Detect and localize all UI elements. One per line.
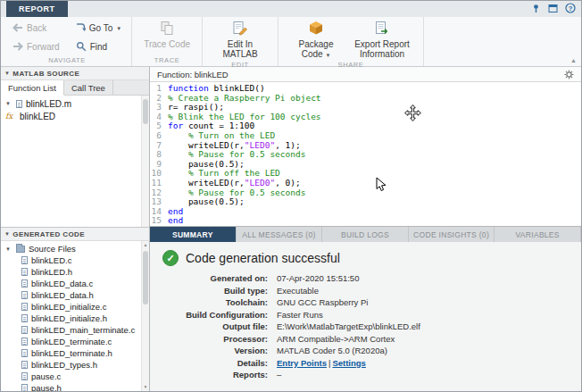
file-item[interactable]: blinkLED_types.h	[1, 359, 149, 371]
info-row: Version:MATLAB Coder 5.0 (R2020a)	[162, 345, 581, 357]
help-icon[interactable]: ?	[565, 3, 576, 13]
group-share: Package Code ▼ Export Report Information…	[279, 17, 424, 66]
file-name: blinkLED_initialize.h	[31, 313, 107, 323]
info-value: Entry Points|Settings	[268, 357, 366, 370]
tab-variables[interactable]: VARIABLES	[495, 227, 581, 242]
file-item[interactable]: blinkLED.c	[1, 254, 149, 266]
generated-code-panel: ▼ GENERATED CODE ▼ Source Files blinkLED…	[1, 228, 149, 391]
layout-icon[interactable]	[548, 4, 558, 13]
tab-call-tree[interactable]: Call Tree	[64, 80, 113, 95]
info-row: Toolchain:GNU GCC Raspberry Pi	[162, 296, 581, 309]
matlab-source-header[interactable]: ▼ MATLAB SOURCE	[1, 67, 149, 80]
edit-icon	[232, 21, 248, 38]
package-icon	[308, 21, 324, 38]
file-icon	[21, 303, 28, 311]
link-entry-points[interactable]: Entry Points	[277, 358, 327, 368]
main-area: ▼ MATLAB SOURCE Function List Call Tree …	[1, 67, 581, 391]
status-text: Code generation successful	[186, 251, 340, 265]
file-item[interactable]: blinkLED_data.h	[1, 289, 149, 301]
scroll-up-icon[interactable]: ▲	[142, 241, 149, 249]
tab-build-logs[interactable]: BUILD LOGS	[322, 227, 409, 242]
tab-summary[interactable]: SUMMARY	[150, 227, 237, 242]
code-editor[interactable]: 1function blinkLED()2% Create a Raspberr…	[150, 82, 581, 226]
tree-item-blinkled-m[interactable]: ▼ blinkLED.m	[1, 97, 149, 110]
tree-item-source-files[interactable]: ▼ Source Files	[1, 243, 149, 254]
search-icon	[76, 41, 87, 54]
back-button[interactable]: Back	[10, 20, 62, 37]
goto-icon	[76, 22, 86, 34]
scroll-down-icon[interactable]: ▼	[142, 383, 149, 391]
tree-item-blinkled-fn[interactable]: fx blinkLED	[1, 110, 149, 122]
export-report-button[interactable]: Export Report Information	[348, 20, 416, 60]
mfile-icon	[16, 100, 22, 108]
dropdown-caret: ▼	[325, 53, 330, 58]
tab-function-list[interactable]: Function List	[1, 80, 64, 96]
forward-icon	[12, 42, 23, 53]
file-name: pause.h	[31, 383, 62, 391]
file-item[interactable]: blinkLED_terminate.c	[1, 336, 149, 347]
info-value: –	[268, 369, 281, 381]
file-name: blinkLED.c	[31, 255, 71, 265]
file-item[interactable]: blinkLED.h	[1, 266, 149, 278]
collapse-ribbon-icon[interactable]: ▲	[570, 57, 577, 63]
scrollbar-thumb[interactable]	[143, 99, 148, 124]
file-item[interactable]: pause.c	[1, 371, 149, 382]
file-item[interactable]: blinkLED_initialize.c	[1, 301, 149, 313]
file-item[interactable]: blinkLED_initialize.h	[1, 313, 149, 324]
expander-icon[interactable]: ▼	[5, 101, 12, 106]
generated-scrollbar[interactable]: ▲ ▼	[141, 241, 149, 391]
trace-code-button[interactable]: Trace Code	[139, 20, 195, 49]
source-scrollbar[interactable]	[141, 96, 149, 227]
file-item[interactable]: blinkLED_terminate.h	[1, 347, 149, 359]
code-line: 14end	[150, 207, 581, 217]
info-value: GNU GCC Raspberry Pi	[268, 296, 368, 309]
code-lines: 1function blinkLED()2% Create a Raspberr…	[150, 84, 581, 226]
gear-icon[interactable]	[564, 70, 574, 79]
export-icon	[374, 21, 390, 38]
code-text: end	[168, 216, 183, 226]
pin-icon[interactable]	[531, 4, 541, 13]
file-icon	[21, 384, 28, 391]
info-label: Output file:	[162, 321, 268, 333]
info-value: Executable	[268, 285, 319, 297]
group-label-share: SHARE	[286, 60, 416, 71]
summary-table: Generated on:07-Apr-2020 15:51:50Build t…	[162, 272, 581, 381]
source-tabs: Function List Call Tree	[1, 80, 149, 96]
file-name: pause.c	[31, 371, 61, 381]
line-number: 11	[150, 179, 168, 188]
file-item[interactable]: blinkLED_data.c	[1, 278, 149, 289]
edit-in-matlab-button[interactable]: Edit In MATLAB	[210, 20, 270, 60]
folder-icon	[16, 246, 25, 253]
file-item[interactable]: blinkLED_main_terminate.c	[1, 324, 149, 336]
file-name: blinkLED_terminate.c	[31, 337, 112, 346]
tab-code-insights-0[interactable]: CODE INSIGHTS (0)	[409, 227, 495, 242]
file-icon	[21, 279, 28, 288]
info-row: Processor:ARM Compatible->ARM Cortex	[162, 333, 581, 346]
goto-button[interactable]: Go To ▼	[73, 20, 124, 37]
info-row: Generated on:07-Apr-2020 15:51:50	[162, 272, 581, 285]
scrollbar-thumb[interactable]	[143, 251, 148, 304]
info-row: Output file:E:\Work\MatlabTargetExp\blin…	[162, 321, 581, 333]
info-label: Processor:	[162, 333, 268, 346]
link-settings[interactable]: Settings	[332, 358, 365, 368]
find-button[interactable]: Find	[73, 38, 124, 55]
file-name: blinkLED_initialize.c	[31, 302, 106, 312]
generated-code-header[interactable]: ▼ GENERATED CODE	[1, 228, 149, 241]
ribbon-tab-row: REPORT ?	[1, 1, 581, 17]
tab-report[interactable]: REPORT	[6, 1, 68, 17]
file-list: blinkLED.cblinkLED.hblinkLED_data.cblink…	[1, 254, 149, 391]
forward-button[interactable]: Forward	[10, 38, 62, 55]
package-code-button[interactable]: Package Code ▼	[286, 20, 346, 60]
file-item[interactable]: pause.h	[1, 382, 149, 391]
file-icon	[21, 372, 28, 380]
tab-all-messages-0[interactable]: ALL MESSAGES (0)	[237, 227, 323, 242]
file-icon	[21, 361, 28, 369]
group-label-navigate: NAVIGATE	[10, 55, 124, 66]
expander-icon[interactable]: ▼	[5, 246, 12, 252]
file-icon	[21, 268, 28, 276]
file-name: blinkLED_main_terminate.c	[31, 325, 135, 335]
info-value: MATLAB Coder 5.0 (R2020a)	[268, 345, 387, 357]
summary-content: ✓ Code generation successful Generated o…	[150, 242, 581, 391]
svg-text:?: ?	[569, 4, 573, 13]
file-name: blinkLED_terminate.h	[31, 348, 112, 358]
